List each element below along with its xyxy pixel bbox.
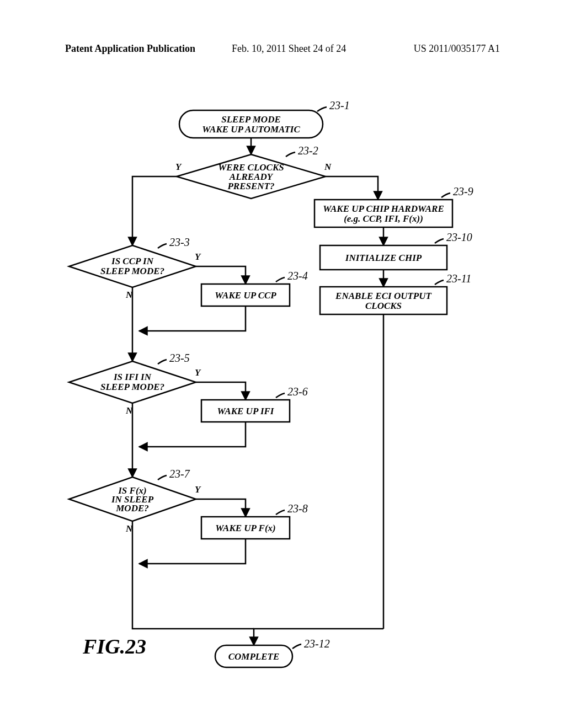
d-ifi-y: Y <box>195 367 201 378</box>
ref-23-11: 23-11 <box>446 272 471 285</box>
ref-23-1: 23-1 <box>329 99 350 111</box>
d-ifi-l2: SLEEP MODE? <box>100 382 164 392</box>
p-hw-l1: WAKE UP CHIP HARDWARE <box>323 204 444 214</box>
p-eci-l2: CLOCKS <box>365 301 402 311</box>
ref-23-2: 23-2 <box>298 144 318 157</box>
d-clocks-n: N <box>324 162 332 172</box>
header-mid: Feb. 10, 2011 Sheet 24 of 24 <box>232 43 346 55</box>
d-clocks-y: Y <box>175 162 182 172</box>
p-fx-l1: WAKE UP F(x) <box>215 523 276 533</box>
d-ccp-l2: SLEEP MODE? <box>100 266 164 276</box>
start-line2: WAKE UP AUTOMATIC <box>202 124 300 135</box>
ref-23-4: 23-4 <box>287 270 308 282</box>
ref-23-7: 23-7 <box>169 468 190 480</box>
header-right: US 2011/0035177 A1 <box>414 43 500 55</box>
p-ccp-l1: WAKE UP CCP <box>215 290 276 301</box>
d-fx-y: Y <box>195 484 201 495</box>
start-line1: SLEEP MODE <box>221 114 281 125</box>
header-left: Patent Application Publication <box>65 43 195 55</box>
ref-23-10: 23-10 <box>446 231 472 243</box>
ref-23-5: 23-5 <box>169 352 190 364</box>
ref-23-6: 23-6 <box>287 386 308 398</box>
d-ccp-l1: IS CCP IN <box>111 256 154 266</box>
ref-23-12: 23-12 <box>304 638 330 650</box>
d-fx-l3: MODE? <box>115 503 149 513</box>
ref-23-8: 23-8 <box>287 502 308 515</box>
ref-23-9: 23-9 <box>453 185 473 197</box>
d-clocks-l3: PRESENT? <box>227 181 274 191</box>
p-ifi-l1: WAKE UP IFI <box>217 406 275 416</box>
p-hw-l2: (e.g. CCP, IFI, F(x)) <box>344 213 423 224</box>
flowchart: SLEEP MODE WAKE UP AUTOMATIC 23-1 WERE C… <box>55 99 497 706</box>
ref-23-3: 23-3 <box>169 236 190 248</box>
figure-label: FIG.23 <box>82 635 146 658</box>
d-ifi-l1: IS IFI IN <box>113 372 152 382</box>
p-eci-l1: ENABLE ECI OUTPUT <box>335 291 431 301</box>
end-l1: COMPLETE <box>228 651 280 662</box>
p-init-l1: INITIALIZE CHIP <box>345 253 422 263</box>
d-ccp-y: Y <box>195 251 201 262</box>
